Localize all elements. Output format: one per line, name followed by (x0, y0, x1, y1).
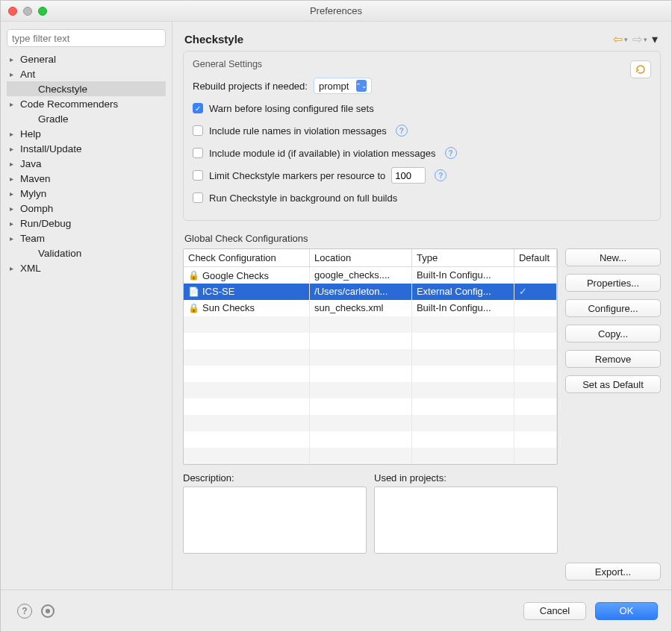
sidebar-item-label: Checkstyle (38, 84, 87, 95)
chevron-right-icon: ▸ (10, 55, 19, 63)
remove-button[interactable]: Remove (565, 350, 661, 368)
page-title: Checkstyle (184, 33, 243, 46)
sidebar-item-label: Code Recommenders (20, 98, 118, 110)
sidebar-item-xml[interactable]: ▸XML (7, 260, 166, 275)
new-button[interactable]: New... (565, 248, 661, 266)
chevron-right-icon: ▸ (10, 234, 19, 243)
sidebar-item-install-update[interactable]: ▸Install/Update (7, 141, 166, 156)
warn-label: Warn before losing configured file sets (209, 103, 374, 114)
warn-checkbox[interactable]: ✓ (193, 103, 203, 113)
lock-icon: 🔒 (188, 270, 199, 281)
table-row (184, 333, 557, 349)
help-icon[interactable]: ? (445, 147, 457, 159)
general-settings-group: General Settings Rebuild projects if nee… (183, 51, 661, 221)
include-module-label: Include module id (if available) in viol… (209, 148, 436, 159)
apply-indicator-icon[interactable] (41, 604, 55, 618)
window-title: Preferences (1, 5, 671, 16)
global-config-title: Global Check Configurations (184, 233, 661, 244)
table-row (184, 349, 557, 366)
sidebar-item-label: Java (20, 158, 42, 169)
col-location[interactable]: Location (310, 249, 412, 267)
table-row (184, 448, 557, 464)
sidebar-item-label: Gradle (38, 113, 69, 125)
col-default[interactable]: Default (514, 249, 556, 267)
sidebar-item-code-recommenders[interactable]: ▸Code Recommenders (7, 96, 166, 111)
copy-button[interactable]: Copy... (565, 325, 661, 342)
sidebar-item-general[interactable]: ▸General (7, 51, 166, 66)
view-menu[interactable]: ▾ (652, 32, 658, 46)
include-module-checkbox[interactable] (193, 148, 203, 158)
sidebar-item-mylyn[interactable]: ▸Mylyn (7, 186, 166, 201)
refresh-button[interactable] (630, 60, 651, 78)
rebuild-select[interactable]: prompt ⌃⌄ (314, 78, 372, 94)
background-checkbox[interactable] (193, 193, 203, 203)
table-row[interactable]: 🔒Sun Checkssun_checks.xmlBuilt-In Config… (184, 300, 557, 316)
properties-button[interactable]: Properties... (565, 274, 661, 292)
chevron-right-icon: ▸ (10, 204, 19, 213)
table-row (184, 316, 557, 333)
table-row[interactable]: 🔒Google Checksgoogle_checks....Built-In … (184, 267, 557, 284)
document-icon: 📄 (188, 287, 199, 297)
rebuild-value: prompt (319, 81, 349, 92)
export-button[interactable]: Export... (565, 563, 661, 581)
chevron-right-icon: ▸ (10, 160, 19, 168)
chevron-right-icon: ▸ (10, 130, 19, 138)
sidebar-item-label: Oomph (20, 203, 53, 214)
forward-button[interactable]: ⇨▾ (632, 32, 647, 46)
sidebar-item-run-debug[interactable]: ▸Run/Debug (7, 216, 166, 231)
include-rule-checkbox[interactable] (193, 125, 203, 136)
used-in-projects-box[interactable] (374, 486, 558, 554)
help-icon[interactable]: ? (435, 169, 447, 181)
chevron-right-icon: ▸ (10, 219, 19, 228)
used-in-projects-label: Used in projects: (374, 472, 558, 484)
sidebar-item-label: XML (20, 263, 41, 274)
sidebar-item-label: Mylyn (20, 188, 46, 199)
col-check-config[interactable]: Check Configuration (184, 249, 310, 267)
sidebar-item-label: Install/Update (20, 143, 82, 154)
config-name: Sun Checks (202, 302, 255, 313)
chevron-right-icon: ▸ (10, 100, 19, 108)
sidebar-item-validation[interactable]: Validation (7, 245, 166, 260)
sidebar-item-team[interactable]: ▸Team (7, 231, 166, 245)
titlebar: Preferences (1, 1, 671, 22)
table-row (184, 366, 557, 382)
help-icon[interactable]: ? (396, 125, 408, 137)
sidebar-item-label: General (20, 54, 56, 65)
set-default-button[interactable]: Set as Default (565, 375, 661, 393)
back-button[interactable]: ⇦▾ (613, 32, 628, 46)
description-label: Description: (183, 472, 367, 484)
col-type[interactable]: Type (411, 249, 514, 267)
chevron-right-icon: ▸ (10, 190, 19, 198)
sidebar-item-java[interactable]: ▸Java (7, 156, 166, 171)
main-panel: Checkstyle ⇦▾ ⇨▾ ▾ General Settings Rebu… (172, 22, 671, 589)
sidebar-item-label: Help (20, 128, 41, 140)
sidebar-item-maven[interactable]: ▸Maven (7, 171, 166, 186)
refresh-icon (635, 63, 647, 75)
sidebar-item-label: Validation (38, 248, 81, 259)
sidebar-item-oomph[interactable]: ▸Oomph (7, 201, 166, 216)
chevron-right-icon: ▸ (10, 145, 19, 153)
configure-button[interactable]: Configure... (565, 299, 661, 317)
table-row (184, 415, 557, 431)
config-table[interactable]: Check Configuration Location Type Defaul… (183, 248, 558, 465)
config-name: ICS-SE (202, 286, 234, 297)
config-name: Google Checks (202, 270, 269, 281)
sidebar-item-help[interactable]: ▸Help (7, 126, 166, 141)
description-box[interactable] (183, 486, 367, 554)
cancel-button[interactable]: Cancel (523, 602, 586, 620)
filter-input[interactable] (7, 29, 166, 47)
sidebar-item-gradle[interactable]: Gradle (7, 111, 166, 126)
include-rule-label: Include rule names in violation messages (209, 125, 387, 137)
sidebar-item-label: Maven (20, 173, 51, 184)
chevron-right-icon: ▸ (10, 175, 19, 183)
ok-button[interactable]: OK (595, 602, 658, 620)
sidebar-item-checkstyle[interactable]: Checkstyle (7, 81, 166, 96)
sidebar-item-label: Ant (20, 69, 35, 80)
limit-checkbox[interactable] (193, 170, 203, 181)
chevron-right-icon: ▸ (10, 70, 19, 78)
sidebar-item-ant[interactable]: ▸Ant (7, 66, 166, 81)
limit-label: Limit Checkstyle markers per resource to (209, 170, 385, 181)
table-row[interactable]: 📄ICS-SE/Users/carleton...External Config… (184, 284, 557, 300)
limit-input[interactable] (391, 167, 426, 184)
help-button[interactable]: ? (17, 604, 32, 619)
